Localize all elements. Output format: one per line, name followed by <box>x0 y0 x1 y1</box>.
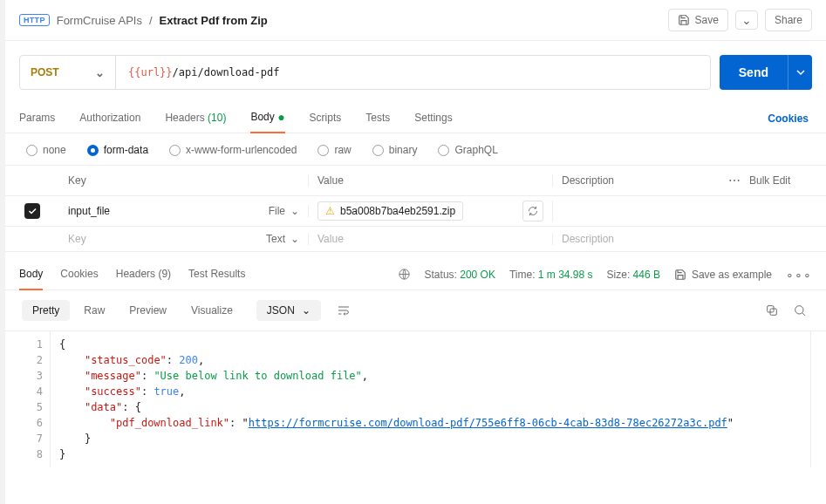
wrap-icon <box>337 303 351 317</box>
send-button[interactable]: Send <box>720 55 788 90</box>
type-select[interactable]: Text ⌄ <box>266 233 299 245</box>
radio-none[interactable]: none <box>26 144 66 156</box>
response-tab-test-results[interactable]: Test Results <box>188 259 245 289</box>
value-placeholder[interactable]: Value <box>317 233 344 245</box>
table-row: input_file File ⌄ ⚠ b5a008b7ba4eb2591.zi… <box>5 196 826 227</box>
radio-raw[interactable]: raw <box>317 144 351 156</box>
view-visualize[interactable]: Visualize <box>181 300 243 321</box>
radio-icon <box>438 145 449 156</box>
warning-icon: ⚠ <box>325 205 335 217</box>
save-icon <box>674 269 686 281</box>
share-button-label: Share <box>775 14 802 26</box>
description-placeholder[interactable]: Description <box>562 233 614 245</box>
save-button-label: Save <box>695 14 719 26</box>
breadcrumb-separator: / <box>149 14 153 27</box>
tab-tests[interactable]: Tests <box>365 105 390 133</box>
header-description: Description <box>553 174 721 187</box>
radio-form-data[interactable]: form-data <box>87 144 148 156</box>
tab-body[interactable]: Body ● <box>250 104 284 133</box>
size-value: 446 B <box>633 269 660 281</box>
line-gutter: 12345678 <box>19 331 51 467</box>
view-pretty[interactable]: Pretty <box>22 300 70 321</box>
status-value: 200 OK <box>460 269 495 281</box>
copy-icon <box>765 303 779 317</box>
request-tabs: Params Authorization Headers (10) Body ●… <box>5 99 826 133</box>
file-chip[interactable]: ⚠ b5a008b7ba4eb2591.zip <box>317 201 463 221</box>
send-button-label: Send <box>739 65 768 79</box>
breadcrumb-collection[interactable]: FormCruise APIs <box>57 14 142 27</box>
row-checkbox[interactable] <box>24 203 40 219</box>
view-preview[interactable]: Preview <box>119 300 177 321</box>
table-header-row: Key Value Description ⋯ Bulk Edit <box>5 166 826 196</box>
reload-file-button[interactable] <box>522 201 543 221</box>
chevron-down-icon: ⌄ <box>290 205 299 217</box>
tab-headers[interactable]: Headers (10) <box>165 105 226 133</box>
tab-scripts[interactable]: Scripts <box>310 105 342 133</box>
response-tab-body[interactable]: Body <box>19 259 43 290</box>
radio-icon <box>372 145 384 156</box>
header-value: Value <box>309 174 553 187</box>
chevron-down-icon: ⌄ <box>302 304 311 317</box>
response-toolbar: Pretty Raw Preview Visualize JSON ⌄ <box>5 289 826 331</box>
save-icon <box>678 14 690 26</box>
time-value: 1 m 34.98 s <box>538 269 593 281</box>
view-raw[interactable]: Raw <box>73 300 115 321</box>
share-button[interactable]: Share <box>765 9 812 31</box>
form-data-table: Key Value Description ⋯ Bulk Edit input_… <box>5 165 826 251</box>
cookies-link[interactable]: Cookies <box>768 106 809 132</box>
file-name: b5a008b7ba4eb2591.zip <box>340 205 455 217</box>
copy-button[interactable] <box>760 298 784 323</box>
breadcrumb-request[interactable]: Extract Pdf from Zip <box>160 14 268 27</box>
radio-binary[interactable]: binary <box>372 144 418 156</box>
radio-graphql[interactable]: GraphQL <box>438 144 497 156</box>
status-meta: Status: 200 OK <box>425 269 495 281</box>
save-button[interactable]: Save <box>668 9 728 31</box>
save-as-example-button[interactable]: Save as example <box>674 269 772 281</box>
json-code[interactable]: { "status_code": 200, "message": "Use be… <box>51 331 810 467</box>
check-icon <box>27 206 38 216</box>
breadcrumb: HTTP FormCruise APIs / Extract Pdf from … <box>19 14 268 27</box>
key-placeholder[interactable]: Key <box>68 233 86 245</box>
search-button[interactable] <box>788 298 812 323</box>
body-modified-dot-icon: ● <box>277 110 284 124</box>
tab-headers-count: (10) <box>208 112 226 124</box>
radio-icon <box>169 145 181 156</box>
chevron-down-icon: ⌄ <box>95 66 105 79</box>
bulk-edit-link[interactable]: Bulk Edit <box>749 174 790 187</box>
time-meta: Time: 1 m 34.98 s <box>509 269 593 281</box>
radio-icon <box>87 145 99 156</box>
url-variable: {{url}} <box>128 66 173 78</box>
save-options-button[interactable] <box>735 10 758 30</box>
wrap-lines-button[interactable] <box>331 298 356 323</box>
url-input[interactable]: {{url}}/api/download-pdf <box>116 66 710 78</box>
json-viewer: 12345678 { "status_code": 200, "message"… <box>19 331 811 467</box>
tab-headers-label: Headers <box>165 112 204 124</box>
header-key: Key <box>59 174 309 187</box>
response-more-icon[interactable]: ∘∘∘ <box>786 268 812 282</box>
type-select[interactable]: File ⌄ <box>269 205 299 217</box>
search-icon <box>793 303 807 317</box>
method-url: POST ⌄ {{url}}/api/download-pdf <box>19 55 711 90</box>
topbar: HTTP FormCruise APIs / Extract Pdf from … <box>5 0 826 41</box>
key-value[interactable]: input_file <box>68 205 110 217</box>
more-options-icon[interactable]: ⋯ <box>728 174 742 187</box>
tab-settings[interactable]: Settings <box>414 105 452 133</box>
tab-params[interactable]: Params <box>19 105 55 133</box>
method-select[interactable]: POST ⌄ <box>20 56 116 89</box>
radio-icon <box>26 145 38 156</box>
response-tab-headers[interactable]: Headers (9) <box>116 259 171 289</box>
svg-point-3 <box>795 306 803 314</box>
network-icon[interactable] <box>398 268 411 281</box>
size-meta: Size: 446 B <box>607 269 660 281</box>
send-options-button[interactable] <box>788 55 812 90</box>
url-path: /api/download-pdf <box>173 66 280 78</box>
format-select[interactable]: JSON ⌄ <box>256 300 321 321</box>
response-header: Body Cookies Headers (9) Test Results St… <box>5 251 826 289</box>
tab-authorization[interactable]: Authorization <box>79 105 140 133</box>
response-tab-cookies[interactable]: Cookies <box>60 259 98 289</box>
chevron-down-icon <box>796 68 805 77</box>
http-icon: HTTP <box>19 14 50 26</box>
tab-body-label: Body <box>250 111 274 123</box>
radio-x-www[interactable]: x-www-form-urlencoded <box>169 144 297 156</box>
refresh-icon <box>527 205 539 217</box>
